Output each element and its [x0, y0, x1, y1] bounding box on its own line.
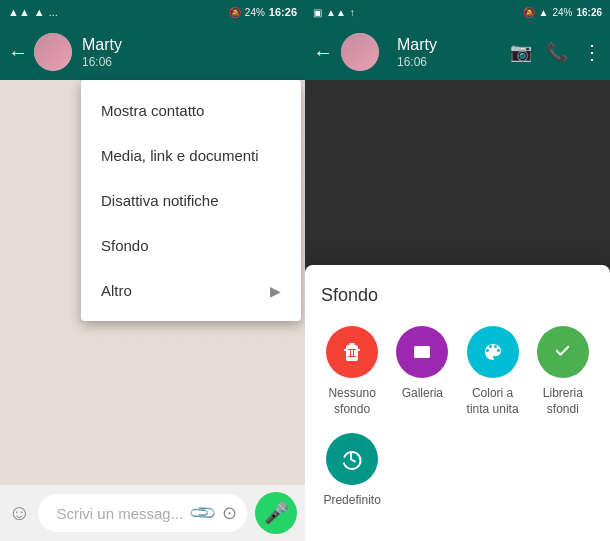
input-bar: ☺ Scrivi un messag... 📎 ⊙ 🎤: [0, 485, 305, 541]
right-avatar: [341, 33, 379, 71]
menu-label-sfondo: Sfondo: [101, 237, 149, 254]
emoji-button[interactable]: ☺: [8, 500, 30, 526]
camera-button[interactable]: ⊙: [222, 502, 237, 524]
right-mute-icon: 🔕: [523, 7, 535, 18]
colori-tinta-icon: [467, 326, 519, 378]
clock-text: 16:26: [269, 6, 297, 18]
galleria-label: Galleria: [402, 386, 443, 402]
right-arrow-icon: ↑: [350, 7, 355, 18]
contact-info: Marty 16:06: [82, 35, 297, 68]
back-button[interactable]: ←: [8, 41, 28, 64]
menu-label-notifiche: Disattiva notifiche: [101, 192, 219, 209]
predefinito-label: Predefinito: [323, 493, 380, 509]
attach-button[interactable]: 📎: [187, 497, 218, 528]
battery-text: 24%: [245, 7, 265, 18]
libreria-sfondi-icon: [537, 326, 589, 378]
message-input-wrapper[interactable]: Scrivi un messag... 📎 ⊙: [38, 494, 247, 532]
galleria-icon: [396, 326, 448, 378]
menu-item-media[interactable]: Media, link e documenti: [81, 133, 301, 178]
right-battery-text: 24%: [552, 7, 572, 18]
right-contact-info: Marty 16:06: [397, 35, 502, 68]
predefinito-icon: [326, 433, 378, 485]
right-header: ← Marty 16:06 📷 📞 ⋮: [305, 24, 610, 80]
option-colori-tinta-unita[interactable]: Colori a tinta unita: [462, 326, 524, 417]
video-call-icon[interactable]: 📷: [510, 41, 532, 63]
option-galleria[interactable]: Galleria: [391, 326, 453, 417]
bottom-sheet-title: Sfondo: [321, 285, 594, 306]
option-nessuno-sfondo[interactable]: Nessuno sfondo: [321, 326, 383, 417]
left-top-bar: ← Marty 16:06: [0, 24, 305, 80]
option-libreria-sfondi[interactable]: Libreria sfondi: [532, 326, 594, 417]
right-clock-text: 16:26: [576, 7, 602, 18]
status-bar-right: 🔕 24% 16:26: [229, 6, 297, 18]
mic-icon: 🎤: [264, 501, 289, 525]
wallpaper-options-grid: Nessuno sfondo Galleria: [321, 326, 594, 509]
menu-label-media: Media, link e documenti: [101, 147, 259, 164]
right-screenshot-icon: ▣: [313, 7, 322, 18]
option-predefinito[interactable]: Predefinito: [321, 433, 383, 509]
right-signal-icon: ▲▲: [326, 7, 346, 18]
menu-label-mostra-contatto: Mostra contatto: [101, 102, 204, 119]
status-bar-left: ▲▲ ▲ ...: [8, 6, 58, 18]
right-panel: ▣ ▲▲ ↑ 🔕 ▲ 24% 16:26 ← Marty 16:06 📷 📞 ⋮…: [305, 0, 610, 541]
contact-name: Marty: [82, 35, 297, 54]
header-action-icons: 📷 📞 ⋮: [510, 40, 602, 64]
wifi-icon: ▲: [34, 6, 45, 18]
signal-icon: ▲▲: [8, 6, 30, 18]
menu-label-altro: Altro: [101, 282, 132, 299]
menu-item-mostra-contatto[interactable]: Mostra contatto: [81, 88, 301, 133]
menu-item-altro[interactable]: Altro ▶: [81, 268, 301, 313]
right-back-button[interactable]: ←: [313, 41, 333, 64]
libreria-sfondi-label: Libreria sfondi: [532, 386, 594, 417]
dots-icon: ...: [49, 6, 58, 18]
voice-call-icon[interactable]: 📞: [546, 41, 568, 63]
menu-item-sfondo[interactable]: Sfondo: [81, 223, 301, 268]
message-input-placeholder: Scrivi un messag...: [48, 505, 192, 522]
notification-icon: 🔕: [229, 7, 241, 18]
nessuno-sfondo-label: Nessuno sfondo: [321, 386, 383, 417]
dropdown-menu: Mostra contatto Media, link e documenti …: [81, 80, 301, 321]
right-wifi-icon: ▲: [539, 7, 549, 18]
nessuno-sfondo-icon: [326, 326, 378, 378]
colori-tinta-label: Colori a tinta unita: [462, 386, 524, 417]
left-panel: ▲▲ ▲ ... 🔕 24% 16:26 ← Marty 16:06 Mostr…: [0, 0, 305, 541]
right-contact-time: 16:06: [397, 55, 502, 69]
mic-button[interactable]: 🎤: [255, 492, 297, 534]
bottom-sheet: Sfondo Nessuno sfondo: [305, 265, 610, 541]
more-options-icon[interactable]: ⋮: [582, 40, 602, 64]
submenu-arrow-icon: ▶: [270, 283, 281, 299]
menu-item-notifiche[interactable]: Disattiva notifiche: [81, 178, 301, 223]
right-status-bar: ▣ ▲▲ ↑ 🔕 ▲ 24% 16:26: [305, 0, 610, 24]
avatar: [34, 33, 72, 71]
svg-point-0: [418, 349, 421, 352]
right-contact-name: Marty: [397, 35, 502, 54]
left-status-bar: ▲▲ ▲ ... 🔕 24% 16:26: [0, 0, 305, 24]
contact-time: 16:06: [82, 55, 297, 69]
